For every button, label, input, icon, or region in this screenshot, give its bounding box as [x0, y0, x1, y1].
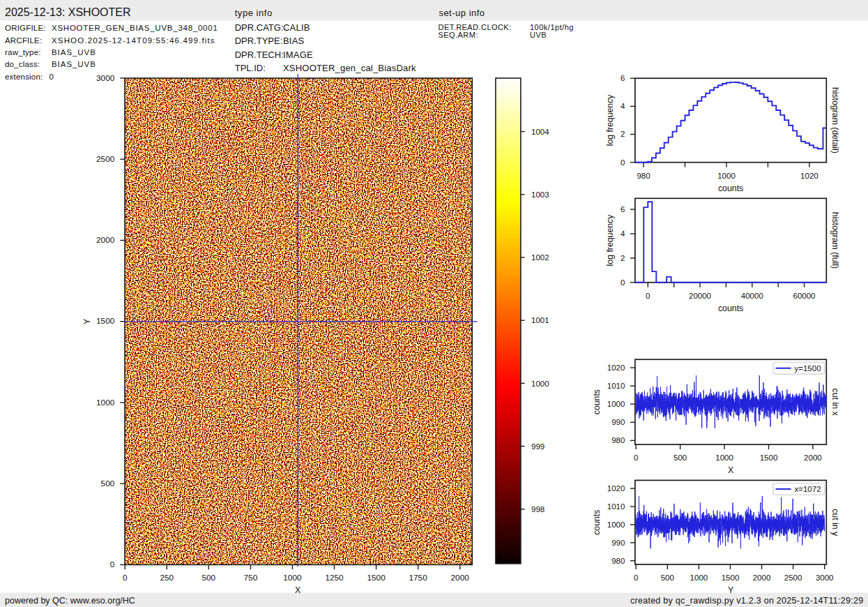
- svg-text:500: 500: [201, 573, 215, 583]
- svg-text:1020: 1020: [800, 172, 818, 180]
- svg-text:1002: 1002: [531, 253, 549, 262]
- svg-text:raw_type:: raw_type:: [5, 48, 41, 57]
- svg-text:6: 6: [620, 205, 625, 213]
- svg-text:998: 998: [531, 505, 545, 514]
- svg-text:2025-12-13: XSHOOTER: 2025-12-13: XSHOOTER: [5, 6, 131, 18]
- svg-text:type info: type info: [235, 8, 273, 18]
- svg-text:XSHOOTER_GEN_BIAS_UVB_348_0001: XSHOOTER_GEN_BIAS_UVB_348_0001: [52, 24, 218, 32]
- svg-text:750: 750: [244, 573, 258, 583]
- svg-text:do_class:: do_class:: [5, 60, 40, 68]
- svg-text:500: 500: [101, 479, 115, 488]
- svg-text:0: 0: [620, 158, 625, 167]
- svg-text:2000: 2000: [451, 573, 470, 583]
- svg-text:1000: 1000: [690, 574, 708, 582]
- svg-text:2000: 2000: [804, 454, 822, 462]
- svg-text:100k/1pt/hg: 100k/1pt/hg: [530, 23, 574, 31]
- svg-text:2000: 2000: [753, 574, 771, 582]
- svg-text:BIAS: BIAS: [283, 36, 305, 46]
- svg-text:980: 980: [611, 557, 625, 565]
- svg-text:1000: 1000: [96, 398, 115, 407]
- svg-text:0: 0: [634, 574, 638, 582]
- svg-text:4: 4: [620, 230, 625, 238]
- svg-text:BIAS_UVB: BIAS_UVB: [52, 60, 96, 68]
- svg-text:500: 500: [661, 574, 674, 582]
- svg-text:500: 500: [673, 454, 687, 462]
- svg-text:3000: 3000: [96, 73, 115, 83]
- svg-text:1000: 1000: [607, 520, 625, 529]
- svg-text:2000: 2000: [96, 235, 115, 245]
- svg-text:6: 6: [620, 74, 625, 82]
- svg-text:DET.READ.CLOCK:: DET.READ.CLOCK:: [439, 23, 512, 31]
- svg-text:250: 250: [160, 573, 174, 583]
- svg-text:ARCFILE:: ARCFILE:: [5, 36, 42, 45]
- svg-text:DPR.TYPE:: DPR.TYPE:: [235, 36, 283, 46]
- svg-text:0: 0: [646, 292, 650, 300]
- svg-text:1500: 1500: [760, 454, 778, 462]
- svg-text:X: X: [728, 465, 733, 475]
- svg-text:counts: counts: [592, 510, 602, 535]
- svg-text:y=1500: y=1500: [795, 364, 821, 373]
- svg-text:IMAGE: IMAGE: [283, 50, 313, 60]
- svg-text:1750: 1750: [409, 573, 427, 583]
- svg-text:0: 0: [110, 560, 115, 569]
- svg-text:DPR.CATG:: DPR.CATG:: [235, 22, 284, 33]
- svg-text:1000: 1000: [715, 454, 733, 462]
- svg-text:UVB: UVB: [530, 31, 547, 39]
- svg-text:histogram (full): histogram (full): [830, 212, 840, 269]
- svg-text:SEQ.ARM:: SEQ.ARM:: [439, 31, 478, 39]
- svg-text:990: 990: [611, 539, 625, 547]
- svg-text:XSHOO.2025-12-14T09:55:46.499.: XSHOO.2025-12-14T09:55:46.499.fits: [52, 36, 215, 45]
- svg-text:1020: 1020: [607, 364, 625, 372]
- svg-text:log frequency: log frequency: [605, 94, 615, 147]
- svg-text:1004: 1004: [531, 128, 549, 136]
- svg-text:XSHOOTER_gen_cal_BiasDark: XSHOOTER_gen_cal_BiasDark: [283, 63, 416, 73]
- svg-text:counts: counts: [592, 389, 602, 414]
- svg-text:1000: 1000: [717, 172, 736, 180]
- svg-text:1000: 1000: [531, 380, 549, 388]
- svg-text:999: 999: [531, 442, 545, 451]
- svg-text:20000: 20000: [689, 292, 711, 300]
- svg-text:cut in y: cut in y: [830, 509, 840, 537]
- svg-text:1250: 1250: [325, 573, 344, 583]
- svg-text:0: 0: [620, 278, 625, 287]
- svg-text:histogram (detail): histogram (detail): [830, 87, 840, 153]
- svg-text:2500: 2500: [96, 154, 115, 164]
- svg-text:created by qc_rawdisp.py v1.2.: created by qc_rawdisp.py v1.2.3 on 2025-…: [630, 596, 864, 606]
- svg-text:ORIGFILE:: ORIGFILE:: [5, 24, 46, 32]
- svg-text:1500: 1500: [722, 574, 740, 582]
- svg-text:1500: 1500: [367, 573, 386, 583]
- svg-text:1010: 1010: [607, 382, 625, 390]
- svg-text:Y: Y: [82, 319, 92, 324]
- svg-text:Y: Y: [728, 585, 733, 595]
- svg-text:60000: 60000: [793, 292, 816, 300]
- svg-text:2: 2: [620, 130, 625, 138]
- svg-text:990: 990: [611, 418, 625, 426]
- svg-text:1010: 1010: [607, 502, 625, 511]
- svg-text:980: 980: [611, 436, 625, 444]
- svg-text:CALIB: CALIB: [283, 22, 310, 33]
- svg-text:log frequency: log frequency: [605, 214, 615, 267]
- svg-text:cut in x: cut in x: [830, 389, 840, 417]
- svg-text:1000: 1000: [283, 573, 302, 583]
- svg-text:powered by QC: www.eso.org/HC: powered by QC: www.eso.org/HC: [5, 596, 135, 606]
- svg-text:2500: 2500: [784, 574, 802, 582]
- svg-text:1003: 1003: [531, 190, 549, 199]
- svg-text:0: 0: [50, 73, 54, 81]
- svg-text:1001: 1001: [531, 316, 549, 324]
- svg-text:x=1072: x=1072: [795, 485, 821, 493]
- svg-text:extension:: extension:: [5, 73, 43, 81]
- svg-text:X: X: [295, 585, 300, 595]
- svg-text:counts: counts: [718, 183, 743, 193]
- svg-text:DPR.TECH:: DPR.TECH:: [235, 50, 284, 60]
- svg-text:2: 2: [620, 254, 625, 262]
- svg-text:40000: 40000: [741, 292, 763, 300]
- svg-text:counts: counts: [718, 304, 743, 313]
- svg-text:1500: 1500: [96, 316, 115, 326]
- svg-text:980: 980: [637, 172, 650, 180]
- svg-text:TPL.ID:: TPL.ID:: [235, 63, 266, 73]
- svg-text:0: 0: [123, 573, 128, 583]
- svg-text:set-up info: set-up info: [439, 8, 485, 18]
- svg-text:3000: 3000: [816, 574, 834, 582]
- svg-text:1020: 1020: [607, 484, 625, 493]
- svg-text:BIAS_UVB: BIAS_UVB: [52, 48, 96, 57]
